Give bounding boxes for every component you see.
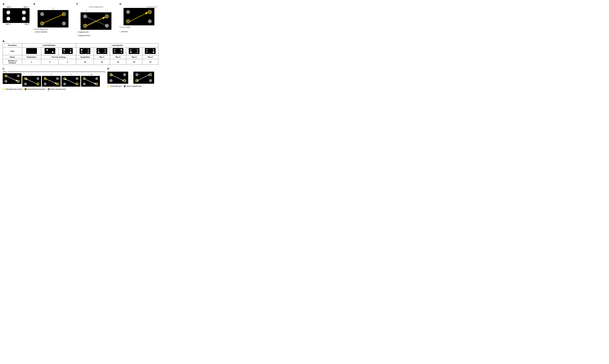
mb4-br xyxy=(105,51,106,53)
sessions-3: 3 xyxy=(41,59,59,65)
sessions-row: Number of sessions 1 3 2 10 10 10 10 10 xyxy=(3,59,158,65)
mb4-tl xyxy=(98,49,99,51)
panel-f-diagonal-correct: ↑ Diagonal correct xyxy=(77,34,115,37)
sessions-1: 1 xyxy=(22,59,41,65)
spot2-label: Spot 2 xyxy=(24,6,28,8)
legend-c-active: Rewarded spot (active) xyxy=(3,88,22,91)
legend-d: Rewarded spot Never-rewarded spot xyxy=(108,85,158,88)
legend-c-inactive: Rewarded spot (inactive) xyxy=(25,88,45,91)
legend-d-rewarded-label: Rewarded spot xyxy=(110,85,121,87)
task-cell-5 xyxy=(110,47,126,55)
task-cell-4 xyxy=(94,47,110,55)
d-left-arrow: ← xyxy=(130,78,132,81)
legend-never-icon xyxy=(48,88,50,91)
d-board-left xyxy=(108,72,128,84)
sessions-10d: 10 xyxy=(126,59,142,65)
panel-g-svg xyxy=(123,8,154,25)
panel-f-svg xyxy=(81,12,111,30)
mb7-bl xyxy=(146,51,148,53)
svg-line-10 xyxy=(84,79,96,84)
tb5-board xyxy=(81,76,100,87)
task-cell-0 xyxy=(22,47,41,55)
panel-f-top-caption: Incorrect diagonal line xyxy=(77,6,115,8)
legend-d-never: Never-rewarded spot xyxy=(123,85,142,88)
legend-d-rewarded: Rewarded spot xyxy=(108,85,121,88)
main-container: A Spot 1 Spot 2 Spot xyxy=(3,3,158,91)
panel-g-prev-correct: Previous correct xyxy=(120,26,158,28)
mb5-tl xyxy=(114,49,115,51)
legend-c-never: Never-rewarded spot xyxy=(48,88,66,91)
panel-e-caption: Correct diagonal line xyxy=(34,28,72,30)
phase-label-cell: Phase xyxy=(3,55,22,59)
panel-d: D xyxy=(108,67,158,88)
sessions-10a: 10 xyxy=(76,59,94,65)
legend-d-active-icon xyxy=(108,85,110,88)
mb6-bl xyxy=(130,51,132,53)
mb2-br xyxy=(70,51,71,53)
svg-line-14 xyxy=(137,75,149,81)
mb1-spot-tl xyxy=(46,49,48,51)
tb2-board xyxy=(22,76,41,87)
legend-active-icon xyxy=(3,88,5,91)
legend-inactive-label: Rewarded spot (inactive) xyxy=(27,88,45,90)
legend-inactive-icon xyxy=(25,88,27,91)
mb6-br xyxy=(137,51,138,53)
svg-line-5 xyxy=(130,13,148,21)
d-right-arrow: → xyxy=(130,75,132,78)
tb5-svg xyxy=(81,76,100,87)
mb6-tl xyxy=(130,49,132,51)
panel-c: C Trial 1 → xyxy=(3,67,105,91)
task-cell-2 xyxy=(59,47,76,55)
trial-dots-wrap: ·····10 xyxy=(81,73,100,87)
spot-4 xyxy=(22,17,26,21)
legend-active-label: Rewarded spot (active) xyxy=(6,88,22,90)
panel-g-label: G xyxy=(120,3,158,5)
mb3-br xyxy=(88,51,89,53)
panel-e-label: E xyxy=(34,3,35,5)
mb2-bl xyxy=(63,51,65,53)
d-board-right xyxy=(133,72,154,84)
svg-line-4 xyxy=(87,17,105,26)
mini-board-1 xyxy=(45,48,55,54)
task-cell-1 xyxy=(41,47,59,55)
d-middle-arrows: → ← xyxy=(130,75,132,81)
phase-rev2: Rev-2 xyxy=(110,55,126,59)
tb4-svg xyxy=(62,76,80,87)
trial-dots-label: ·····10 xyxy=(88,74,93,76)
tb3-board xyxy=(42,76,61,87)
mb4-tr xyxy=(105,49,106,51)
mini-board-4 xyxy=(96,48,107,54)
panel-e-never-row: ↓ Never-rewarded xyxy=(34,30,72,33)
sessions-2: 2 xyxy=(59,59,76,65)
phase-row: Phase Habituation Pre-test shaping Acqui… xyxy=(3,55,158,59)
panel-e-caption1: Correct diagonal line xyxy=(34,28,48,30)
mini-board-3 xyxy=(80,48,90,54)
mini-board-2 xyxy=(62,48,73,54)
panel-e: E ↓ xyxy=(34,3,72,33)
trial-4-label: 4 xyxy=(70,74,71,76)
mini-board-6 xyxy=(129,48,139,54)
spot-2 xyxy=(22,11,26,14)
phase-acquisition: Acquisition xyxy=(76,55,94,59)
procedure-table: Procedure Acclimatization Learning test … xyxy=(3,43,158,65)
th-acclimatization: Acclimatization xyxy=(22,43,76,47)
svg-line-8 xyxy=(45,78,57,84)
mb7-br xyxy=(153,51,154,53)
trial-1-label: Trial 1 xyxy=(3,71,7,73)
sessions-10c: 10 xyxy=(110,59,126,65)
panel-e-bottom-arrow: ↓ xyxy=(34,30,35,33)
panel-e-board xyxy=(38,10,68,27)
trial-3-label: 3 xyxy=(51,74,52,76)
panel-efg: E ↓ xyxy=(34,3,158,37)
panel-g-reentry-label: Re-entry xyxy=(122,31,128,33)
legend-d-never-icon xyxy=(123,85,126,88)
mb5-br xyxy=(121,51,122,53)
tb2-svg xyxy=(22,76,41,87)
panel-g-board: ↓ xyxy=(123,8,154,25)
svg-line-12 xyxy=(111,75,123,81)
trial-arrow-row: Trial 1 → xyxy=(3,71,105,73)
panel-g-reentry-arrow: ↓ xyxy=(120,30,121,33)
mini-board-7 xyxy=(145,48,156,54)
panel-a-board xyxy=(3,8,29,23)
svg-line-7 xyxy=(26,78,37,84)
